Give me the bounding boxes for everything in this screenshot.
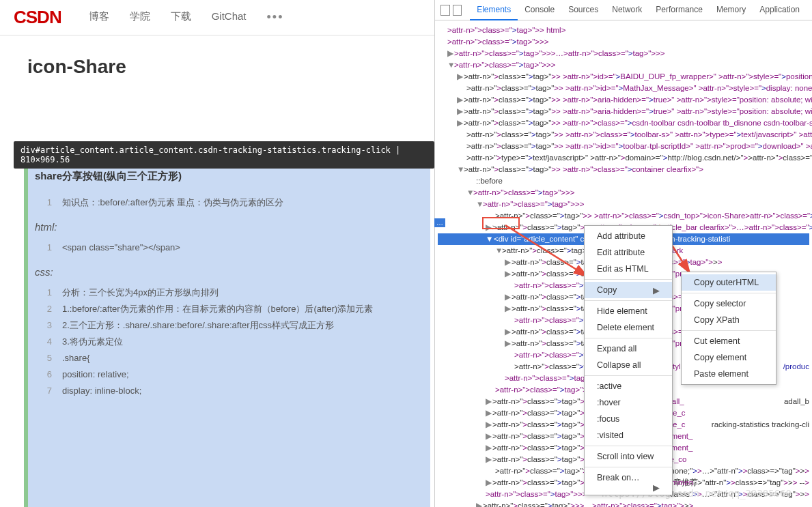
- ctx-edit-as-html[interactable]: Edit as HTML: [585, 261, 672, 277]
- html-heading: html:: [28, 214, 430, 236]
- article-content-highlight: share分享按钮(纵向三个正方形) 1知识点：:before/:after伪元…: [24, 158, 430, 507]
- devtools-header: Elements Console Sources Network Perform…: [435, 0, 812, 20]
- tab-elements[interactable]: Elements: [470, 0, 518, 20]
- ctx-edit-attribute[interactable]: Edit attribute: [585, 244, 672, 261]
- chevron-right-icon: ▶: [653, 285, 660, 295]
- devtools-tabs: Elements Console Sources Network Perform…: [470, 0, 807, 20]
- article-title: icon-Share: [0, 35, 434, 91]
- ctx-hover[interactable]: :hover: [585, 394, 672, 411]
- ctx-hide-element[interactable]: Hide element: [585, 303, 672, 319]
- nav-more-icon[interactable]: •••: [267, 10, 284, 25]
- code-line: 1.:before/:after伪元素的作用：在目标元素的内容前（before）…: [62, 301, 423, 317]
- tab-performance[interactable]: Performance: [649, 0, 710, 20]
- ctx-copy[interactable]: Copy▶: [585, 282, 672, 298]
- site-logo[interactable]: CSDN: [14, 7, 61, 28]
- context-menu: Add attribute Edit attribute Edit as HTM…: [584, 225, 673, 495]
- code-line: .share{: [62, 350, 423, 366]
- tab-console[interactable]: Console: [518, 0, 561, 20]
- ctx-delete-element[interactable]: Delete element: [585, 319, 672, 336]
- top-nav: 博客 学院 下载 GitChat •••: [89, 10, 284, 25]
- code-block-3: 1分析：三个长宽为4px的正方形纵向排列 21.:before/:after伪元…: [28, 281, 430, 403]
- ctx-active[interactable]: :active: [585, 378, 672, 394]
- device-toggle-icon[interactable]: [453, 5, 462, 16]
- inspect-icon[interactable]: [440, 5, 450, 16]
- tab-memory[interactable]: Memory: [710, 0, 753, 20]
- ctx-break-on[interactable]: Break on…▶: [585, 469, 672, 486]
- tab-network[interactable]: Network: [605, 0, 649, 20]
- ctx-expand-all[interactable]: Expand all: [585, 341, 672, 357]
- ctx-visited[interactable]: :visited: [585, 427, 672, 444]
- ctx-copy-selector[interactable]: Copy selector: [682, 295, 776, 312]
- css-heading: css:: [28, 259, 430, 281]
- chevron-right-icon: ▶: [653, 482, 660, 493]
- ctx-copy-element[interactable]: Copy element: [682, 349, 776, 366]
- nav-academy[interactable]: 学院: [130, 10, 150, 25]
- nav-download[interactable]: 下载: [171, 10, 191, 25]
- gutter-marker: …: [434, 218, 445, 227]
- nav-blog[interactable]: 博客: [89, 10, 109, 25]
- code-line: 2.三个正方形：.share/.share:before/.share:afte…: [62, 317, 423, 334]
- ctx-copy-outerhtml[interactable]: Copy outerHTML: [682, 274, 776, 291]
- code-line: 分析：三个长宽为4px的正方形纵向排列: [62, 285, 423, 301]
- ctx-focus[interactable]: :focus: [585, 411, 672, 427]
- ctx-copy-xpath[interactable]: Copy XPath: [682, 312, 776, 328]
- code-line: position: relative;: [62, 366, 423, 383]
- ctx-cut-element[interactable]: Cut element: [682, 333, 776, 349]
- code-line: <span class="share"></span>: [62, 240, 423, 256]
- context-submenu-copy: Copy outerHTML Copy selector Copy XPath …: [681, 272, 776, 385]
- ctx-scroll-into-view[interactable]: Scroll into view: [585, 448, 672, 465]
- code-block-1: 1知识点：:before/:after伪元素 重点：伪类与伪元素的区分: [28, 191, 430, 214]
- ctx-paste-element[interactable]: Paste element: [682, 366, 776, 382]
- tab-sources[interactable]: Sources: [561, 0, 605, 20]
- article-pane: icon-Share 7 div#article_content.article…: [0, 35, 434, 507]
- inspect-tooltip: div#article_content.article_content.csdn…: [14, 141, 434, 169]
- nav-gitchat[interactable]: GitChat: [212, 10, 247, 25]
- code-line: 3.将伪元素定位: [62, 334, 423, 350]
- tab-application[interactable]: Application: [753, 0, 807, 20]
- code-line: 知识点：:before/:after伪元素 重点：伪类与伪元素的区分: [62, 194, 423, 211]
- ctx-add-attribute[interactable]: Add attribute: [585, 228, 672, 244]
- code-block-2: 1<span class="share"></span>: [28, 236, 430, 259]
- code-line: display: inline-block;: [62, 383, 423, 399]
- ctx-collapse-all[interactable]: Collapse all: [585, 357, 672, 373]
